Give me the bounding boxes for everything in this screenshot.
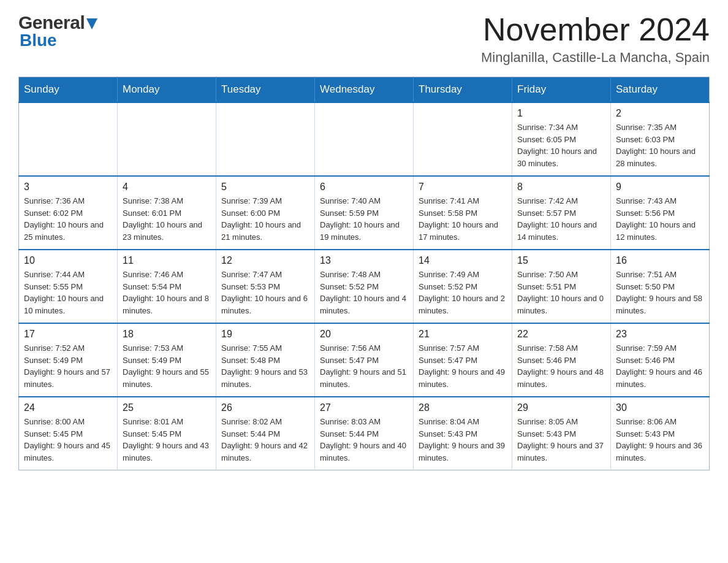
calendar-cell: 29Sunrise: 8:05 AM Sunset: 5:43 PM Dayli… <box>512 397 611 470</box>
day-info: Sunrise: 8:00 AM Sunset: 5:45 PM Dayligh… <box>24 416 112 464</box>
calendar-cell: 3Sunrise: 7:36 AM Sunset: 6:02 PM Daylig… <box>19 176 118 250</box>
calendar-body: 1Sunrise: 7:34 AM Sunset: 6:05 PM Daylig… <box>19 102 710 470</box>
day-number: 13 <box>320 255 408 266</box>
day-info: Sunrise: 7:40 AM Sunset: 5:59 PM Dayligh… <box>320 195 408 243</box>
day-number: 25 <box>123 402 211 413</box>
calendar-cell: 21Sunrise: 7:57 AM Sunset: 5:47 PM Dayli… <box>414 323 512 397</box>
calendar-cell: 11Sunrise: 7:46 AM Sunset: 5:54 PM Dayli… <box>118 250 216 323</box>
day-info: Sunrise: 7:42 AM Sunset: 5:57 PM Dayligh… <box>517 195 605 243</box>
weekday-header-friday: Friday <box>512 77 611 103</box>
calendar-cell: 1Sunrise: 7:34 AM Sunset: 6:05 PM Daylig… <box>512 102 611 176</box>
calendar-cell: 20Sunrise: 7:56 AM Sunset: 5:47 PM Dayli… <box>315 323 414 397</box>
day-number: 3 <box>24 182 112 193</box>
calendar-week-row: 24Sunrise: 8:00 AM Sunset: 5:45 PM Dayli… <box>19 397 710 470</box>
day-info: Sunrise: 7:46 AM Sunset: 5:54 PM Dayligh… <box>123 269 211 316</box>
day-number: 18 <box>123 329 211 340</box>
calendar-cell <box>216 102 315 176</box>
day-info: Sunrise: 7:57 AM Sunset: 5:47 PM Dayligh… <box>419 342 507 390</box>
day-info: Sunrise: 7:47 AM Sunset: 5:53 PM Dayligh… <box>221 269 309 316</box>
page-subtitle: Minglanilla, Castille-La Mancha, Spain <box>481 50 710 66</box>
calendar-cell: 23Sunrise: 7:59 AM Sunset: 5:46 PM Dayli… <box>611 323 710 397</box>
day-info: Sunrise: 7:41 AM Sunset: 5:58 PM Dayligh… <box>419 195 507 243</box>
day-info: Sunrise: 8:04 AM Sunset: 5:43 PM Dayligh… <box>419 416 507 464</box>
svg-marker-0 <box>86 18 97 29</box>
day-info: Sunrise: 7:53 AM Sunset: 5:49 PM Dayligh… <box>123 342 211 390</box>
calendar-cell: 18Sunrise: 7:53 AM Sunset: 5:49 PM Dayli… <box>118 323 216 397</box>
calendar-cell: 2Sunrise: 7:35 AM Sunset: 6:03 PM Daylig… <box>611 102 710 176</box>
day-number: 4 <box>123 182 211 193</box>
calendar-cell <box>315 102 414 176</box>
calendar-table: SundayMondayTuesdayWednesdayThursdayFrid… <box>18 77 710 470</box>
calendar-cell: 6Sunrise: 7:40 AM Sunset: 5:59 PM Daylig… <box>315 176 414 250</box>
calendar-cell: 26Sunrise: 8:02 AM Sunset: 5:44 PM Dayli… <box>216 397 315 470</box>
day-number: 22 <box>517 329 605 340</box>
day-number: 29 <box>517 402 605 413</box>
day-info: Sunrise: 8:06 AM Sunset: 5:43 PM Dayligh… <box>616 416 704 464</box>
day-info: Sunrise: 7:38 AM Sunset: 6:01 PM Dayligh… <box>123 195 211 243</box>
calendar-cell: 28Sunrise: 8:04 AM Sunset: 5:43 PM Dayli… <box>414 397 512 470</box>
weekday-header-sunday: Sunday <box>19 77 118 103</box>
day-info: Sunrise: 7:58 AM Sunset: 5:46 PM Dayligh… <box>517 342 605 390</box>
calendar-cell: 15Sunrise: 7:50 AM Sunset: 5:51 PM Dayli… <box>512 250 611 323</box>
weekday-header-row: SundayMondayTuesdayWednesdayThursdayFrid… <box>19 77 710 103</box>
day-number: 11 <box>123 255 211 266</box>
day-number: 8 <box>517 182 605 193</box>
day-number: 30 <box>616 402 704 413</box>
calendar-cell: 4Sunrise: 7:38 AM Sunset: 6:01 PM Daylig… <box>118 176 216 250</box>
calendar-cell: 10Sunrise: 7:44 AM Sunset: 5:55 PM Dayli… <box>19 250 118 323</box>
logo-blue-text: Blue <box>18 31 97 50</box>
calendar-cell: 12Sunrise: 7:47 AM Sunset: 5:53 PM Dayli… <box>216 250 315 323</box>
weekday-header-monday: Monday <box>118 77 216 103</box>
calendar-week-row: 10Sunrise: 7:44 AM Sunset: 5:55 PM Dayli… <box>19 250 710 323</box>
day-info: Sunrise: 8:05 AM Sunset: 5:43 PM Dayligh… <box>517 416 605 464</box>
day-info: Sunrise: 7:34 AM Sunset: 6:05 PM Dayligh… <box>517 121 605 169</box>
day-info: Sunrise: 8:01 AM Sunset: 5:45 PM Dayligh… <box>123 416 211 464</box>
day-number: 10 <box>24 255 112 266</box>
day-number: 6 <box>320 182 408 193</box>
day-number: 14 <box>419 255 507 266</box>
page-title: November 2024 <box>481 12 710 47</box>
calendar-cell: 19Sunrise: 7:55 AM Sunset: 5:48 PM Dayli… <box>216 323 315 397</box>
calendar-cell: 22Sunrise: 7:58 AM Sunset: 5:46 PM Dayli… <box>512 323 611 397</box>
day-number: 1 <box>517 108 605 119</box>
day-info: Sunrise: 7:55 AM Sunset: 5:48 PM Dayligh… <box>221 342 309 390</box>
day-number: 24 <box>24 402 112 413</box>
day-number: 27 <box>320 402 408 413</box>
day-number: 12 <box>221 255 309 266</box>
day-info: Sunrise: 8:03 AM Sunset: 5:44 PM Dayligh… <box>320 416 408 464</box>
calendar-cell: 24Sunrise: 8:00 AM Sunset: 5:45 PM Dayli… <box>19 397 118 470</box>
logo: General Blue <box>18 12 97 50</box>
calendar-cell: 5Sunrise: 7:39 AM Sunset: 6:00 PM Daylig… <box>216 176 315 250</box>
calendar-cell: 13Sunrise: 7:48 AM Sunset: 5:52 PM Dayli… <box>315 250 414 323</box>
day-number: 17 <box>24 329 112 340</box>
day-info: Sunrise: 7:56 AM Sunset: 5:47 PM Dayligh… <box>320 342 408 390</box>
calendar-cell: 17Sunrise: 7:52 AM Sunset: 5:49 PM Dayli… <box>19 323 118 397</box>
calendar-cell: 30Sunrise: 8:06 AM Sunset: 5:43 PM Dayli… <box>611 397 710 470</box>
day-info: Sunrise: 7:36 AM Sunset: 6:02 PM Dayligh… <box>24 195 112 243</box>
calendar-cell: 7Sunrise: 7:41 AM Sunset: 5:58 PM Daylig… <box>414 176 512 250</box>
day-number: 15 <box>517 255 605 266</box>
day-info: Sunrise: 7:48 AM Sunset: 5:52 PM Dayligh… <box>320 269 408 316</box>
calendar-cell <box>118 102 216 176</box>
day-info: Sunrise: 8:02 AM Sunset: 5:44 PM Dayligh… <box>221 416 309 464</box>
day-info: Sunrise: 7:52 AM Sunset: 5:49 PM Dayligh… <box>24 342 112 390</box>
day-info: Sunrise: 7:44 AM Sunset: 5:55 PM Dayligh… <box>24 269 112 316</box>
calendar-cell <box>414 102 512 176</box>
calendar-cell: 14Sunrise: 7:49 AM Sunset: 5:52 PM Dayli… <box>414 250 512 323</box>
weekday-header-wednesday: Wednesday <box>315 77 414 103</box>
day-info: Sunrise: 7:43 AM Sunset: 5:56 PM Dayligh… <box>616 195 704 243</box>
day-number: 5 <box>221 182 309 193</box>
calendar-week-row: 3Sunrise: 7:36 AM Sunset: 6:02 PM Daylig… <box>19 176 710 250</box>
day-info: Sunrise: 7:49 AM Sunset: 5:52 PM Dayligh… <box>419 269 507 316</box>
day-info: Sunrise: 7:39 AM Sunset: 6:00 PM Dayligh… <box>221 195 309 243</box>
calendar-cell: 27Sunrise: 8:03 AM Sunset: 5:44 PM Dayli… <box>315 397 414 470</box>
calendar-cell: 9Sunrise: 7:43 AM Sunset: 5:56 PM Daylig… <box>611 176 710 250</box>
calendar-cell <box>19 102 118 176</box>
day-info: Sunrise: 7:35 AM Sunset: 6:03 PM Dayligh… <box>616 121 704 169</box>
calendar-week-row: 17Sunrise: 7:52 AM Sunset: 5:49 PM Dayli… <box>19 323 710 397</box>
day-info: Sunrise: 7:59 AM Sunset: 5:46 PM Dayligh… <box>616 342 704 390</box>
day-number: 19 <box>221 329 309 340</box>
day-number: 7 <box>419 182 507 193</box>
header: General Blue November 2024 Minglanilla, … <box>18 12 710 66</box>
weekday-header-saturday: Saturday <box>611 77 710 103</box>
